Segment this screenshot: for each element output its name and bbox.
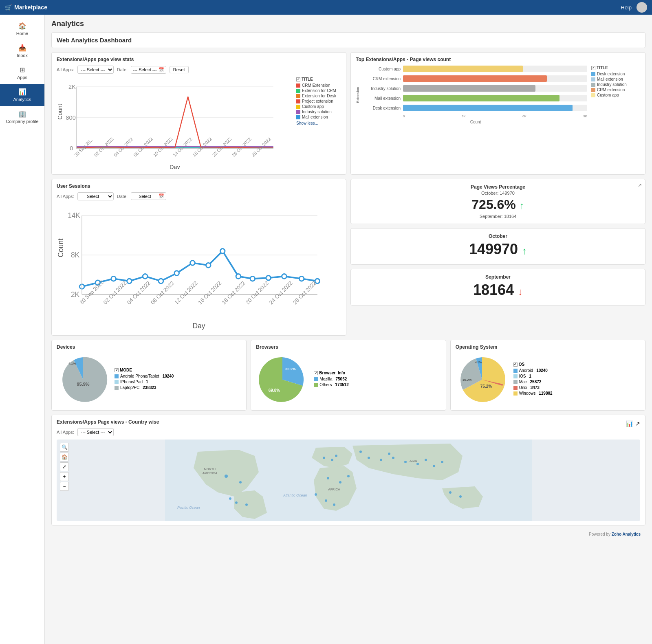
bar-fill-custom-app (403, 66, 523, 72)
legend-container: ✓ TITLE CRM Extension Extension for CRM (296, 77, 341, 125)
mozilla-color (314, 377, 318, 381)
extensions-app-select[interactable]: --- Select --- (77, 66, 114, 74)
svg-text:16 Oct 2022: 16 Oct 2022 (197, 280, 222, 306)
devices-panel: Devices 95.9% 4.1% ✓ (51, 340, 247, 411)
svg-point-73 (235, 501, 238, 504)
svg-point-76 (331, 459, 333, 461)
os-unix-color (513, 386, 518, 390)
sidebar-item-apps[interactable]: ⊞ Apps (0, 62, 44, 84)
legend-custom-app: Custom app (296, 104, 341, 109)
sessions-chart-svg: 14K 8K 2K (57, 204, 341, 330)
browsers-legend: ✓ Browser_Info Mozilla 75052 Others 1735… (314, 371, 348, 388)
svg-point-29 (127, 279, 132, 284)
help-link[interactable]: Help (621, 4, 632, 11)
svg-point-79 (339, 481, 341, 484)
map-zoom-out-btn[interactable]: − (60, 482, 69, 491)
svg-text:30.2%: 30.2% (286, 367, 296, 371)
sidebar: 🏠 Home 📥 Inbox ⊞ Apps 📊 Analytics 🏢 Comp… (0, 15, 45, 644)
bar-fill-desk (403, 105, 573, 111)
sessions-app-select[interactable]: --- Select --- (77, 192, 114, 200)
top-bar-title: Top Extensions/Apps - Page views count (356, 57, 640, 62)
all-apps-label: All Apps: (57, 67, 74, 72)
legend-project-ext: Project extension (296, 99, 341, 103)
country-app-select[interactable]: --- Select --- (77, 428, 114, 436)
top-nav-right: Help (621, 2, 647, 13)
legend-crm: CRM extension (591, 88, 640, 92)
bar-bg-custom-app (403, 66, 587, 72)
legend-mail: Mail extension (591, 77, 640, 81)
devices-laptop: Laptop/PC 238323 (115, 385, 174, 390)
bar-row-mail: Mail extension (364, 95, 587, 101)
footer-brand: Zoho Analytics (612, 532, 641, 536)
legend-desk: Desk extension (591, 72, 640, 76)
september-value: 18164 ↓ (356, 281, 640, 299)
os-android-value: 10240 (536, 368, 548, 373)
os-pie-svg: 75.2% 16.2% 4.1% (456, 353, 509, 406)
svg-point-33 (190, 260, 195, 265)
x-label-0: 0 (403, 114, 405, 118)
october-arrow: ↑ (522, 245, 527, 256)
sessions-date-label: Date: (117, 194, 128, 199)
map-fullscreen-btn[interactable]: ⤢ (60, 462, 69, 471)
os-mac: Mac 25872 (513, 380, 553, 384)
svg-point-87 (433, 465, 435, 467)
september-stat-panel: September 18164 ↓ (350, 269, 645, 306)
sessions-date-input[interactable]: --- Select --- 📅 (131, 192, 166, 200)
sessions-all-apps-label: All Apps: (57, 194, 74, 199)
bar-label-desk: Desk extension (364, 106, 401, 110)
legend-title-check: ✓ (296, 77, 300, 81)
svg-text:69.8%: 69.8% (269, 388, 280, 393)
svg-point-75 (323, 457, 325, 459)
bar-row-industry: Industry solution (364, 85, 587, 92)
extensions-reset-btn[interactable]: Reset (170, 66, 189, 73)
top-bar-panel: Top Extensions/Apps - Page views count E… (350, 52, 645, 175)
project-ext-label: Project extension (302, 99, 333, 103)
map-search-btn[interactable]: 🔍 (60, 443, 69, 452)
desk-color (591, 72, 595, 76)
svg-text:4.1%: 4.1% (475, 361, 482, 364)
android-label: Android Phone/Tablet (120, 374, 159, 378)
svg-text:Day: Day (192, 322, 205, 330)
sidebar-item-company[interactable]: 🏢 Company profile (0, 106, 44, 128)
svg-text:2K: 2K (68, 84, 76, 90)
bar-label-industry: Industry solution (364, 86, 401, 91)
bar-fill-mail (403, 95, 559, 101)
stats-right: ↗ Page Views Percentage October: 149970 … (350, 179, 645, 336)
extensions-line-chart: 2K 800 0 (57, 77, 293, 170)
expand-icon[interactable]: ↗ (638, 182, 642, 188)
browsers-mozilla: Mozilla 75052 (314, 377, 348, 381)
footer-text: Powered by (589, 532, 610, 536)
bar-chart-area: Extension Custom app (356, 66, 587, 124)
os-ios: iOS 1 (513, 374, 553, 378)
brand-icon: 🛒 (5, 4, 12, 11)
map-zoom-in-btn[interactable]: + (60, 472, 69, 481)
extensions-date-input[interactable]: --- Select --- 📅 (131, 66, 166, 74)
user-avatar[interactable] (637, 2, 647, 13)
os-windows-value: 119802 (539, 391, 552, 396)
browsers-panel: Browsers 30.2% 69.8% ✓ Browser_Info (251, 340, 446, 411)
map-bar-icon[interactable]: 📊 (626, 420, 633, 427)
os-legend-title: OS (519, 362, 524, 367)
country-filter-row: All Apps: --- Select --- (57, 428, 640, 436)
svg-text:02 Oct 2022: 02 Oct 2022 (102, 280, 128, 306)
sidebar-label-home: Home (16, 31, 28, 36)
sidebar-item-home[interactable]: 🏠 Home (0, 18, 44, 40)
svg-point-92 (388, 453, 390, 455)
sidebar-item-analytics[interactable]: 📊 Analytics (0, 84, 44, 106)
home-icon: 🏠 (18, 22, 26, 30)
map-home-btn[interactable]: 🏠 (60, 453, 69, 462)
svg-text:16.2%: 16.2% (462, 378, 471, 382)
sidebar-item-inbox[interactable]: 📥 Inbox (0, 40, 44, 62)
top-nav: 🛒 Marketplace Help (0, 0, 652, 15)
show-less-link[interactable]: Show less... (296, 121, 341, 125)
os-windows-label: Windows (519, 391, 536, 396)
extensions-panel: Extensions/Apps page view stats All Apps… (51, 52, 346, 175)
svg-point-36 (236, 274, 241, 279)
svg-text:Atlantic Ocean: Atlantic Ocean (283, 493, 307, 497)
map-expand-icon[interactable]: ↗ (635, 420, 640, 427)
svg-point-85 (416, 463, 419, 465)
svg-text:ASIA: ASIA (410, 459, 417, 463)
svg-point-95 (333, 503, 335, 506)
pct-value: 725.6% ↑ (356, 197, 640, 212)
country-panel-title: Extensions/Apps Page views - Country wis… (57, 419, 159, 425)
